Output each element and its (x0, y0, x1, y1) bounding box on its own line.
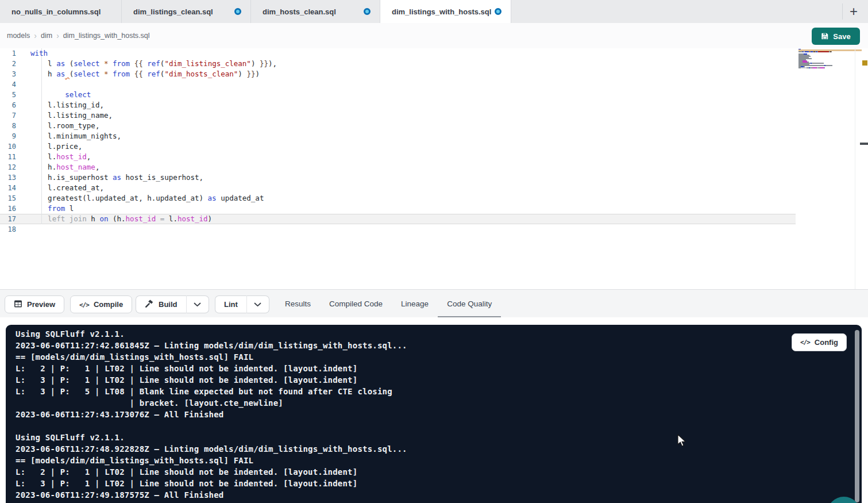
editor-tab-dim-hosts-clean[interactable]: dim_hosts_clean.sql (251, 0, 380, 23)
code-line[interactable]: l.minimum_nights, (30, 131, 277, 141)
breadcrumb-item[interactable]: dim (41, 32, 52, 40)
code-token: ) (208, 214, 213, 223)
editor-tab-no-nulls-in-columns[interactable]: no_nulls_in_columns.sql (0, 0, 122, 23)
code-token: l.created_at, (30, 183, 104, 192)
overview-ruler[interactable] (855, 48, 868, 289)
panel-tab-label: Results (285, 300, 311, 308)
ruler-cursor-mark (860, 143, 868, 145)
chevron-down-icon (194, 300, 201, 309)
terminal-output[interactable]: Using SQLFluff v2.1.1.2023-06-06T11:27:4… (6, 325, 862, 503)
new-tab-button[interactable]: + (844, 2, 863, 21)
minimap-token (818, 51, 829, 52)
terminal-line: Using SQLFluff v2.1.1. (16, 328, 407, 340)
save-button[interactable]: Save (812, 28, 860, 45)
code-line[interactable]: l.listing_name, (30, 110, 277, 121)
breadcrumb-item[interactable]: dim_listings_with_hosts.sql (63, 32, 150, 40)
panel-tab-label: Lineage (401, 300, 429, 308)
bottom-panel: Using SQLFluff v2.1.1.2023-06-06T11:27:4… (0, 317, 868, 503)
code-token: l.listing_id, (30, 101, 104, 109)
lint-dropdown-button[interactable] (246, 295, 269, 313)
code-content[interactable]: with l as (select * from {{ ref("dim_lis… (30, 48, 277, 235)
code-line[interactable]: l.created_at, (30, 183, 277, 193)
terminal-scrollbar[interactable] (855, 330, 859, 502)
breadcrumb: models›dim›dim_listings_with_hosts.sql (7, 23, 150, 48)
ruler-warning-mark (862, 60, 867, 66)
code-line[interactable] (30, 224, 277, 235)
config-button[interactable]: </> Config (792, 333, 847, 351)
line-number: 7 (0, 110, 23, 121)
chevron-down-icon (254, 300, 261, 309)
minimap-token (831, 51, 832, 52)
panel-tab-results[interactable]: Results (276, 290, 320, 318)
code-token: * (104, 70, 109, 78)
code-token: ) (238, 70, 246, 78)
code-line[interactable]: from l (30, 203, 277, 214)
code-token: l. (164, 214, 178, 223)
compile-button-label: Compile (94, 300, 123, 309)
code-token (30, 214, 48, 223)
code-token: ) (251, 59, 260, 68)
compile-button-group: </>Compile (70, 295, 132, 313)
code-line[interactable]: left join h on (h.host_id = l.host_id) (30, 214, 277, 224)
build-dropdown-button[interactable] (186, 295, 209, 313)
code-line[interactable]: l.price, (30, 141, 277, 152)
line-number: 13 (0, 172, 23, 183)
code-line[interactable]: l.listing_id, (30, 100, 277, 110)
code-line[interactable]: l.room_type, (30, 121, 277, 131)
hammer-icon (145, 299, 154, 310)
code-token: from (113, 70, 130, 78)
code-line[interactable]: h.is_superhost as host_is_superhost, (30, 172, 277, 183)
terminal-line: | bracket. [layout.cte_newline] (16, 397, 407, 409)
code-line[interactable]: h.host_name, (30, 162, 277, 172)
terminal-line: L: 2 | P: 1 | LT02 | Line should not be … (16, 466, 407, 478)
code-token: l.minimum_nights, (30, 132, 121, 140)
terminal-line (16, 420, 407, 432)
code-token: host_id (126, 214, 156, 223)
panel-tab-lineage[interactable]: Lineage (392, 290, 438, 318)
terminal-line: L: 3 | P: 5 | LT08 | Blank line expected… (16, 386, 407, 397)
code-line[interactable]: greatest(l.updated_at, h.updated_at) as … (30, 193, 277, 203)
minimap[interactable] (798, 49, 842, 73)
code-token: ref (147, 59, 160, 68)
code-token: greatest(l.updated_at, h.updated_at) (30, 194, 208, 202)
action-toolbar: Preview</>CompileBuildLint ResultsCompil… (0, 289, 868, 317)
minimap-token (812, 63, 824, 64)
lint-button[interactable]: Lint (215, 295, 246, 313)
lint-warning-squiggle (65, 70, 70, 78)
minimap-token (798, 51, 803, 52)
code-token: "dim_listings_clean" (164, 59, 251, 68)
chevron-right-icon: › (56, 31, 59, 40)
minimap-token (812, 67, 817, 68)
build-button[interactable]: Build (136, 295, 186, 313)
code-line[interactable]: select (30, 90, 277, 100)
code-token (130, 59, 134, 68)
compile-button[interactable]: </>Compile (70, 295, 132, 313)
terminal-line: L: 3 | P: 1 | LT02 | Line should not be … (16, 478, 407, 489)
terminal-line: == [models/dim/dim_listings_with_hosts.s… (16, 455, 407, 466)
preview-button[interactable]: Preview (5, 295, 64, 313)
breadcrumb-item[interactable]: models (7, 32, 30, 40)
code-line[interactable]: with (30, 48, 277, 59)
line-number: 14 (0, 183, 23, 193)
code-line[interactable] (30, 79, 277, 90)
code-token: h (30, 70, 56, 78)
code-token: l (65, 204, 74, 213)
code-token: ), (268, 59, 277, 68)
editor-tab-dim-listings-with-hosts[interactable]: dim_listings_with_hosts.sql (380, 0, 511, 23)
terminal-line: 2023-06-06T11:27:42.861845Z — Linting mo… (16, 340, 407, 351)
code-line[interactable]: h as (select * from {{ ref("dim_hosts_cl… (30, 69, 277, 79)
line-number: 8 (0, 121, 23, 131)
code-line[interactable]: l.host_id, (30, 152, 277, 162)
panel-tabs: ResultsCompiled CodeLineageCode Quality (276, 290, 501, 318)
unsaved-changes-dot-icon (495, 8, 501, 15)
minimap-token (824, 67, 825, 68)
terminal-line: L: 3 | P: 1 | LT02 | Line should not be … (16, 374, 407, 386)
editor-tab-dim-listings-clean[interactable]: dim_listings_clean.sql (122, 0, 251, 23)
unsaved-changes-dot-icon (234, 8, 241, 15)
code-editor[interactable]: 123456789101112131415161718 with l as (s… (0, 48, 868, 289)
code-token: ( (65, 59, 74, 68)
code-token: h (87, 214, 100, 223)
panel-tab-compiled-code[interactable]: Compiled Code (320, 290, 392, 318)
panel-tab-code-quality[interactable]: Code Quality (438, 290, 501, 318)
code-line[interactable]: l as (select * from {{ ref("dim_listings… (30, 59, 277, 69)
